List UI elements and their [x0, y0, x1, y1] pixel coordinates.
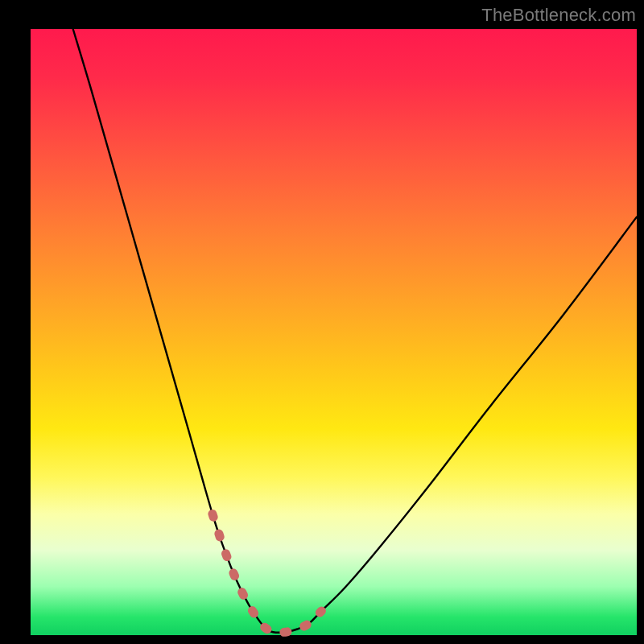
- curve-svg: [31, 29, 637, 635]
- plot-area: [31, 29, 637, 635]
- bottleneck-curve: [73, 29, 637, 633]
- watermark-text: TheBottleneck.com: [481, 5, 636, 26]
- chart-frame: TheBottleneck.com: [0, 0, 644, 644]
- valley-dash: [213, 514, 322, 632]
